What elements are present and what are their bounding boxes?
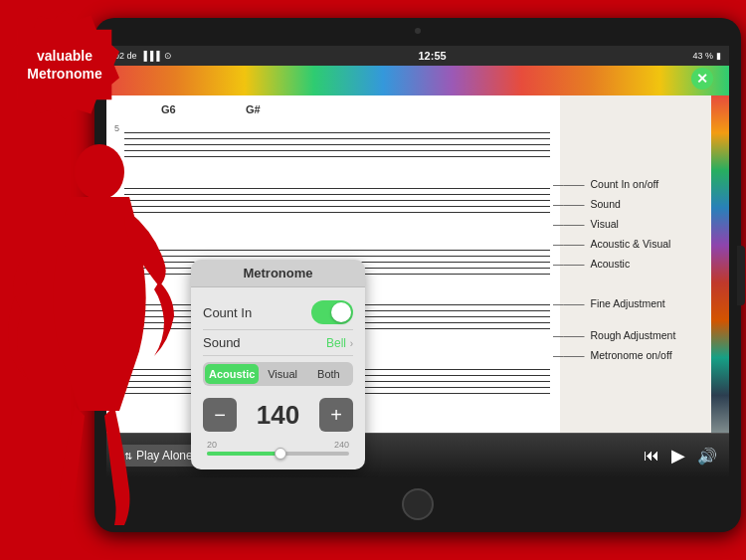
count-in-toggle[interactable]	[311, 300, 353, 324]
annotation-acoustic-text: Acoustic	[591, 258, 631, 270]
annotation-visual-text: Visual	[591, 218, 619, 230]
status-carrier: o2 de ▐▐▐ ⊙	[114, 51, 172, 61]
annotation-fine-text: Fine Adjustment	[591, 297, 665, 309]
seg-acoustic[interactable]: Acoustic	[205, 364, 259, 384]
bell-text: Bell	[326, 336, 346, 350]
bpm-minus-button[interactable]: −	[203, 398, 237, 432]
close-button[interactable]: ✕	[691, 68, 713, 90]
annotation-acoustic-visual: ——— Acoustic & Visual	[553, 238, 707, 250]
signal-bars: ▐▐▐	[141, 51, 160, 61]
ipad-side-bar	[737, 246, 745, 305]
annotation-count-in: ——— Count In on/off	[553, 178, 707, 190]
metronome-popup: Metronome Count In Sound Bell › A	[191, 260, 365, 469]
svg-point-0	[75, 144, 124, 200]
count-in-label: Count In	[203, 305, 252, 320]
annotation-gap-2	[553, 313, 707, 325]
annotation-fine: ——— Fine Adjustment	[553, 297, 707, 309]
annotation-rough: ——— Rough Adjustment	[553, 329, 707, 341]
ipad-camera	[415, 28, 421, 34]
slider-min: 20	[207, 440, 217, 450]
slider-max: 240	[334, 440, 349, 450]
annotation-count-in-text: Count In on/off	[591, 178, 659, 190]
slider-area: 20 240	[203, 438, 353, 462]
seg-both[interactable]: Both	[306, 364, 351, 384]
starburst-badge: valuable Metronome	[10, 10, 119, 119]
sound-row[interactable]: Sound Bell ›	[203, 330, 353, 356]
popup-body: Count In Sound Bell › Acoustic Visual Bo…	[191, 287, 365, 469]
badge-line1: valuable	[37, 47, 93, 65]
annotation-rough-text: Rough Adjustment	[591, 329, 676, 341]
books-bar-top	[106, 66, 729, 95]
status-bar: o2 de ▐▐▐ ⊙ 12:55 43 % ▮	[106, 46, 729, 66]
segmented-control[interactable]: Acoustic Visual Both	[203, 362, 353, 386]
status-right: 43 % ▮	[692, 51, 721, 61]
bpm-slider[interactable]	[207, 452, 349, 456]
badge-text: valuable Metronome	[10, 10, 119, 119]
annotation-gap	[553, 274, 707, 293]
ipad-screen: o2 de ▐▐▐ ⊙ 12:55 43 % ▮ G6 G# 5	[106, 46, 729, 477]
ipad-home-button[interactable]	[402, 488, 434, 520]
bpm-value: 140	[257, 400, 299, 431]
wifi-icon: ⊙	[164, 51, 172, 61]
annotation-metronome-onoff: ——— Metronome on/off	[553, 349, 707, 361]
volume-icon[interactable]: 🔊	[695, 445, 719, 467]
chevron-icon: ›	[350, 338, 353, 349]
popup-title: Metronome	[191, 260, 365, 287]
sound-label: Sound	[203, 335, 241, 350]
annotation-sound-text: Sound	[591, 198, 621, 210]
badge-line2: Metronome	[27, 65, 101, 83]
play-icon[interactable]: ▶	[669, 443, 687, 468]
saxophonist-silhouette	[0, 112, 199, 530]
chord-gsharp: G#	[246, 103, 261, 115]
annotation-visual: ——— Visual	[553, 218, 707, 230]
toolbar-right: ⏮ ▶ 🔊	[642, 443, 719, 468]
slider-fill	[207, 452, 280, 456]
annotations-panel: ——— Count In on/off ——— Sound ——— Visual…	[553, 110, 707, 428]
annotation-metronome-text: Metronome on/off	[591, 349, 672, 361]
seg-visual[interactable]: Visual	[260, 364, 304, 384]
battery-icon: ▮	[716, 51, 721, 61]
annotation-acoustic-visual-text: Acoustic & Visual	[591, 238, 671, 250]
sound-value: Bell ›	[326, 335, 353, 350]
books-bar-right	[711, 95, 729, 433]
status-time: 12:55	[419, 50, 447, 62]
annotation-acoustic: ——— Acoustic	[553, 258, 707, 270]
slider-thumb[interactable]	[275, 448, 286, 460]
bpm-row: − 140 +	[203, 392, 353, 438]
annotation-sound: ——— Sound	[553, 198, 707, 210]
count-in-row: Count In	[203, 295, 353, 330]
skip-back-icon[interactable]: ⏮	[642, 445, 661, 467]
battery-text: 43 %	[692, 51, 713, 61]
bpm-plus-button[interactable]: +	[319, 398, 353, 432]
